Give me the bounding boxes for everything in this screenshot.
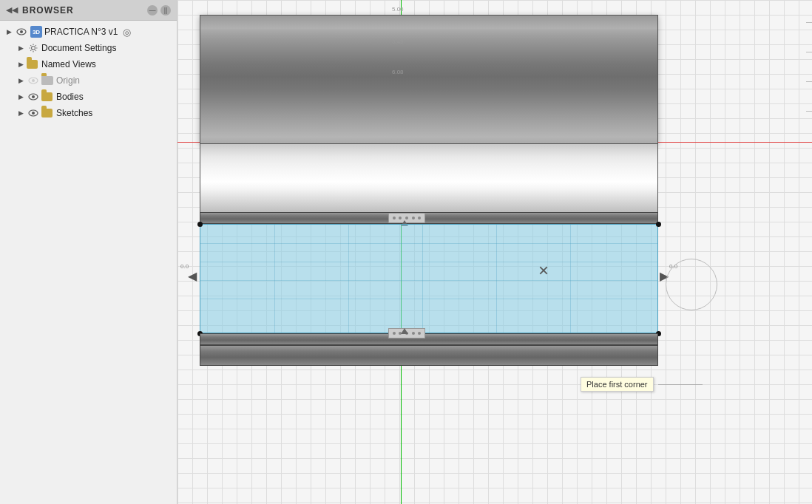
sidebar: ◀◀ BROWSER — || 3D PRACTICA N°3 v1 ◎: [0, 0, 177, 504]
ruler-tick: [806, 52, 812, 52]
x-mark: ×: [538, 260, 549, 281]
circle-hint: [666, 259, 717, 310]
root-label: PRACTICA N°3 v1: [44, 27, 118, 37]
left-dim-label: 0.0: [180, 263, 189, 270]
corner-dot-tl: [197, 222, 203, 227]
tree-item-origin[interactable]: Origin: [0, 72, 177, 89]
tree-item-named-views[interactable]: Named Views: [0, 56, 177, 72]
sketch-line: [348, 225, 349, 333]
bodies-label: Bodies: [56, 92, 84, 102]
bodies-eye-icon[interactable]: [27, 90, 40, 103]
svg-point-6: [32, 95, 35, 98]
connector-dot: [418, 332, 421, 335]
connector-dot: [393, 332, 396, 335]
document-icon: 3D: [30, 25, 43, 38]
svg-point-1: [20, 30, 23, 33]
ruler-label-1: 5.00: [392, 6, 404, 13]
main-canvas[interactable]: × ◀ 0.0 ▶ 0.0 Place first corner 5.00 5.…: [177, 0, 812, 504]
top-bar: [200, 15, 658, 144]
connector-dot: [399, 217, 402, 219]
ruler-tick: [806, 22, 812, 23]
tree-item-sketches[interactable]: Sketches: [0, 105, 177, 121]
minimize-button[interactable]: —: [147, 5, 158, 16]
svg-point-8: [32, 112, 35, 115]
ruler-label-3: 6.08: [392, 69, 404, 75]
bodies-folder-icon: [41, 90, 55, 103]
ruler-tick: [806, 111, 812, 112]
collapse-icon[interactable]: ◀◀: [6, 5, 18, 15]
sketch-line: [200, 280, 657, 281]
named-views-arrow[interactable]: [15, 58, 27, 70]
origin-label: Origin: [56, 75, 80, 86]
connector-dot: [412, 332, 415, 335]
sketches-arrow[interactable]: [15, 107, 27, 119]
sidebar-controls: — ||: [147, 5, 171, 16]
tooltip-line: [658, 384, 703, 385]
doc-settings-arrow[interactable]: [15, 42, 27, 54]
left-arrow[interactable]: ◀: [188, 269, 197, 283]
sketch-line: [422, 225, 423, 333]
sketches-label: Sketches: [56, 108, 92, 118]
svg-point-4: [32, 79, 35, 82]
sidebar-title: BROWSER: [22, 5, 74, 16]
middle-bar: [200, 143, 658, 214]
tree-root: 3D PRACTICA N°3 v1 ◎ Document Settings N…: [0, 21, 177, 124]
split-button[interactable]: ||: [160, 5, 171, 16]
origin-folder-icon: [41, 74, 55, 87]
connector-dot: [412, 217, 415, 219]
sidebar-header: ◀◀ BROWSER — ||: [0, 0, 177, 21]
tri-up-bottom: [401, 328, 408, 334]
sketch-line: [496, 225, 497, 333]
tree-root-item[interactable]: 3D PRACTICA N°3 v1 ◎: [0, 24, 177, 40]
tree-item-document-settings[interactable]: Document Settings: [0, 40, 177, 56]
corner-dot-tr: [656, 222, 661, 227]
named-views-label: Named Views: [41, 59, 96, 69]
gear-icon: [27, 41, 40, 55]
connector-dot: [418, 217, 421, 219]
sketch-line: [570, 225, 571, 333]
root-arrow[interactable]: [3, 26, 15, 38]
tooltip: Place first corner: [581, 377, 654, 392]
sketch-line: [200, 262, 657, 262]
bodies-arrow[interactable]: [15, 91, 27, 103]
target-icon[interactable]: ◎: [123, 27, 131, 38]
blue-selection-area[interactable]: [200, 224, 658, 333]
separator-bar: [200, 212, 658, 224]
sketch-line: [274, 225, 275, 333]
connector-dot: [405, 217, 408, 219]
doc-settings-label: Document Settings: [41, 43, 116, 53]
named-views-folder-icon: [27, 58, 40, 71]
ruler-tick: [806, 81, 812, 82]
sketch-line: [200, 299, 657, 299]
sketch-line: [200, 243, 657, 244]
eye-icon[interactable]: [15, 25, 28, 38]
origin-eye-icon[interactable]: [27, 74, 40, 87]
bottom-separator: [200, 333, 658, 345]
origin-arrow[interactable]: [15, 75, 27, 86]
sketches-eye-icon[interactable]: [27, 106, 40, 120]
svg-point-2: [32, 47, 35, 50]
ruler-label-2: 5.49: [392, 38, 404, 45]
tree-item-bodies[interactable]: Bodies: [0, 89, 177, 105]
bottom-bar: [200, 345, 658, 366]
connector-dot: [393, 217, 396, 219]
sketches-folder-icon: [41, 106, 55, 120]
